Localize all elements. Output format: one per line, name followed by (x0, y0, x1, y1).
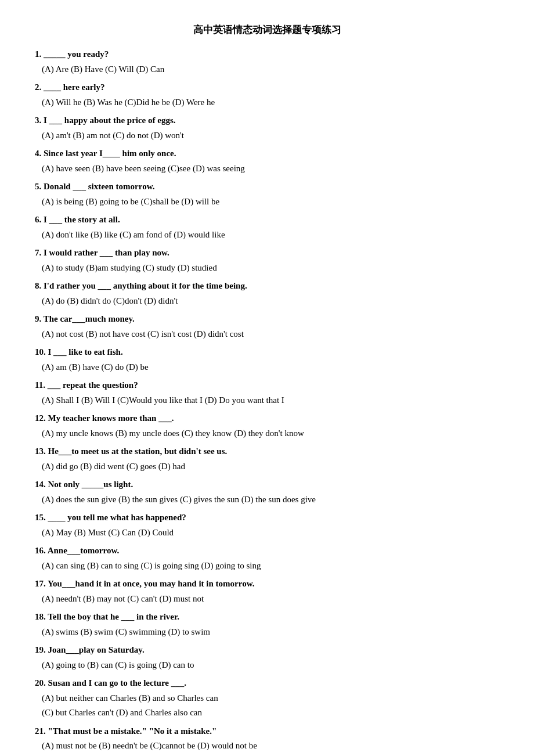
question-text-6: 6. I ___ the story at all. (35, 213, 499, 228)
question-block-19: 19. Joan___play on Saturday. (A) going t… (35, 643, 499, 672)
question-text-21: 21. "That must be a mistake." "No it a m… (35, 724, 499, 739)
question-block-14: 14. Not only _____us light. (A) does the… (35, 477, 499, 507)
question-block-15: 15. ____ you tell me what has happened? … (35, 510, 499, 540)
answer-text-14: (A) does the sun give (B) the sun gives … (35, 492, 499, 507)
answer-text-2: (A) Will he (B) Was he (C)Did he be (D) … (35, 95, 499, 110)
question-block-21: 21. "That must be a mistake." "No it a m… (35, 724, 499, 754)
answer-text-3: (A) am't (B) am not (C) do not (D) won't (35, 128, 499, 143)
question-block-5: 5. Donald ___ sixteen tomorrow. (A) is b… (35, 179, 499, 209)
question-block-16: 16. Anne___tomorrow. (A) can sing (B) ca… (35, 543, 499, 573)
answer-text-19: (A) going to (B) can (C) is going (D) ca… (35, 658, 499, 673)
question-block-2: 2. ____ here early? (A) Will he (B) Was … (35, 80, 499, 110)
question-block-7: 7. I would rather ___ than play now. (A)… (35, 246, 499, 275)
question-text-20: 20. Susan and I can go to the lecture __… (35, 676, 499, 691)
answer-text-10: (A) am (B) have (C) do (D) be (35, 360, 499, 375)
question-block-12: 12. My teacher knows more than ___. (A) … (35, 411, 499, 441)
question-block-9: 9. The car___much money. (A) not cost (B… (35, 312, 499, 341)
answer-text-5: (A) is being (B) going to be (C)shall be… (35, 195, 499, 210)
question-text-18: 18. Tell the boy that he ___ in the rive… (35, 610, 499, 625)
question-text-12: 12. My teacher knows more than ___. (35, 411, 499, 426)
question-block-11: 11. ___ repeat the question? (A) Shall I… (35, 378, 499, 408)
answer-text-15: (A) May (B) Must (C) Can (D) Could (35, 525, 499, 541)
question-text-8: 8. I'd rather you ___ anything about it … (35, 279, 499, 294)
question-text-16: 16. Anne___tomorrow. (35, 543, 499, 559)
question-text-7: 7. I would rather ___ than play now. (35, 246, 499, 261)
answer-text-4: (A) have seen (B) have been seeing (C)se… (35, 161, 499, 177)
question-text-11: 11. ___ repeat the question? (35, 378, 499, 393)
question-text-1: 1. _____ you ready? (35, 47, 499, 62)
question-block-20: 20. Susan and I can go to the lecture __… (35, 676, 499, 721)
answer-text-8: (A) do (B) didn't do (C)don't (D) didn't (35, 294, 499, 309)
question-text-15: 15. ____ you tell me what has happened? (35, 510, 499, 525)
question-text-19: 19. Joan___play on Saturday. (35, 643, 499, 658)
answer-text-20: (A) but neither can Charles (B) and so C… (35, 691, 499, 721)
answer-text-7: (A) to study (B)am studying (C) study (D… (35, 261, 499, 276)
answer-text-12: (A) my uncle knows (B) my uncle does (C)… (35, 426, 499, 441)
answer-text-9: (A) not cost (B) not have cost (C) isn't… (35, 327, 499, 342)
question-text-3: 3. I ___ happy about the price of eggs. (35, 113, 499, 128)
question-text-10: 10. I ___ like to eat fish. (35, 345, 499, 360)
answer-text-18: (A) swims (B) swim (C) swimming (D) to s… (35, 625, 499, 640)
answer-text-11: (A) Shall I (B) Will I (C)Would you like… (35, 393, 499, 408)
question-text-9: 9. The car___much money. (35, 312, 499, 327)
question-block-13: 13. He___to meet us at the station, but … (35, 444, 499, 474)
answer-text-6: (A) don't like (B) like (C) am fond of (… (35, 228, 499, 243)
question-text-13: 13. He___to meet us at the station, but … (35, 444, 499, 459)
question-block-17: 17. You___hand it in at once, you may ha… (35, 577, 499, 606)
question-text-2: 2. ____ here early? (35, 80, 499, 95)
question-block-3: 3. I ___ happy about the price of eggs. … (35, 113, 499, 143)
question-block-8: 8. I'd rather you ___ anything about it … (35, 279, 499, 308)
question-block-1: 1. _____ you ready? (A) Are (B) Have (C)… (35, 47, 499, 77)
question-block-18: 18. Tell the boy that he ___ in the rive… (35, 610, 499, 639)
question-block-4: 4. Since last year I____ him only once. … (35, 146, 499, 176)
question-block-10: 10. I ___ like to eat fish. (A) am (B) h… (35, 345, 499, 375)
page-title: 高中英语情态动词选择题专项练习 (35, 23, 499, 37)
question-block-6: 6. I ___ the story at all. (A) don't lik… (35, 213, 499, 242)
question-text-4: 4. Since last year I____ him only once. (35, 146, 499, 161)
answer-text-1: (A) Are (B) Have (C) Will (D) Can (35, 62, 499, 77)
answer-text-16: (A) can sing (B) can to sing (C) is goin… (35, 559, 499, 574)
answer-text-21: (A) must not be (B) needn't be (C)cannot… (35, 739, 499, 754)
question-text-5: 5. Donald ___ sixteen tomorrow. (35, 179, 499, 195)
answer-text-17: (A) needn't (B) may not (C) can't (D) mu… (35, 592, 499, 607)
answer-text-13: (A) did go (B) did went (C) goes (D) had (35, 459, 499, 474)
question-text-17: 17. You___hand it in at once, you may ha… (35, 577, 499, 592)
question-text-14: 14. Not only _____us light. (35, 477, 499, 492)
